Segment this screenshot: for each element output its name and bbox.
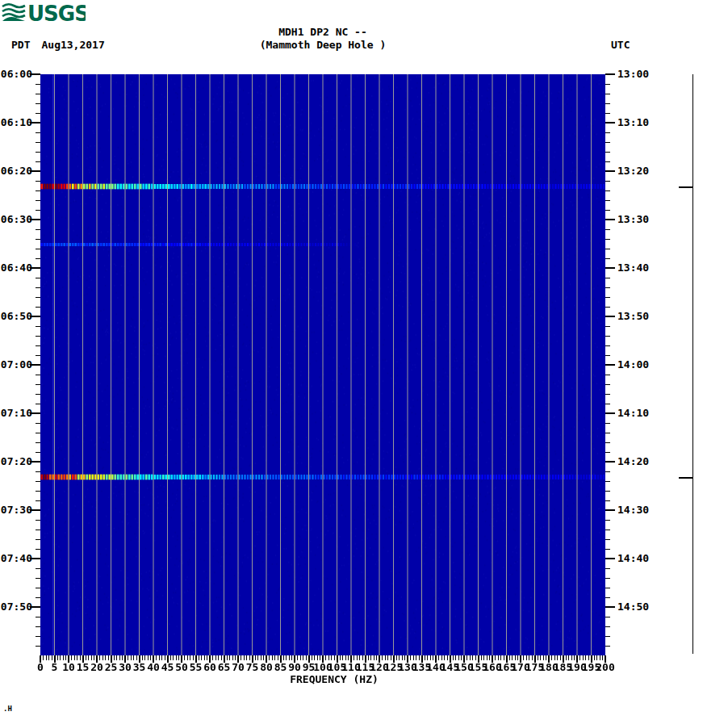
y-right-minor-tick <box>605 578 610 579</box>
x-tick-label: 65 <box>218 662 231 672</box>
station-subtitle: (Mammoth Deep Hole ) <box>40 40 605 50</box>
x-minor-tick <box>99 655 100 660</box>
x-tick-label: 5 <box>52 662 58 672</box>
y-right-minor-tick <box>605 636 610 637</box>
y-left-minor-tick <box>36 481 40 482</box>
x-minor-tick <box>579 655 580 660</box>
y-right-minor-tick <box>605 355 610 356</box>
y-right-minor-tick <box>605 471 610 472</box>
x-minor-tick <box>585 655 586 660</box>
footer-mark: .H <box>3 705 12 713</box>
x-minor-tick <box>566 655 567 660</box>
y-left-minor-tick <box>36 200 40 201</box>
x-minor-tick <box>199 655 199 660</box>
y-right-major-tick <box>605 461 615 463</box>
x-minor-tick <box>387 655 388 660</box>
x-minor-tick <box>131 655 132 660</box>
x-tick-label: 75 <box>246 662 259 672</box>
x-minor-tick <box>193 655 194 660</box>
x-minor-tick <box>108 655 109 660</box>
x-minor-tick <box>173 655 174 660</box>
y-right-minor-tick <box>605 152 610 153</box>
y-left-minor-tick <box>36 384 40 385</box>
x-minor-tick <box>303 655 303 660</box>
y-right-minor-tick <box>605 181 610 182</box>
x-minor-tick <box>204 655 205 660</box>
x-minor-tick <box>297 655 298 660</box>
y-right-tick-label: 13:30 <box>617 214 649 225</box>
x-minor-tick <box>540 655 541 660</box>
y-left-minor-tick <box>36 249 40 249</box>
x-minor-tick <box>105 655 106 660</box>
y-right-minor-tick <box>605 568 610 569</box>
x-minor-tick <box>438 655 439 660</box>
y-left-minor-tick <box>36 491 40 492</box>
y-left-minor-tick <box>36 588 40 588</box>
x-minor-tick <box>509 655 510 660</box>
x-minor-tick <box>289 655 290 660</box>
x-minor-tick <box>255 655 256 660</box>
scale-bar-event-tick <box>679 186 692 188</box>
x-minor-tick <box>122 655 123 660</box>
x-minor-tick <box>594 655 595 660</box>
x-minor-tick <box>538 655 538 660</box>
x-minor-tick <box>571 655 572 660</box>
x-minor-tick <box>94 655 94 660</box>
x-tick-label: 20 <box>90 662 103 672</box>
x-minor-tick <box>487 655 487 660</box>
x-minor-tick <box>419 655 420 660</box>
x-minor-tick <box>382 655 383 660</box>
x-minor-tick <box>512 655 513 660</box>
y-right-minor-tick <box>605 297 610 298</box>
x-minor-tick <box>427 655 428 660</box>
x-minor-tick <box>391 655 391 660</box>
x-minor-tick <box>568 655 569 660</box>
x-minor-tick <box>165 655 165 660</box>
x-minor-tick <box>396 655 397 660</box>
y-right-major-tick <box>605 509 615 511</box>
y-right-minor-tick <box>605 394 610 395</box>
y-left-minor-tick <box>36 113 40 114</box>
x-minor-tick <box>354 655 354 660</box>
x-minor-tick <box>444 655 445 660</box>
y-left-tick-label: 07:30 <box>0 504 32 516</box>
y-left-minor-tick <box>36 297 40 298</box>
x-minor-tick <box>148 655 149 660</box>
x-tick-label: 70 <box>232 662 245 672</box>
y-right-minor-tick <box>605 500 610 501</box>
y-left-minor-tick <box>36 423 40 424</box>
y-left-tick-label: 07:10 <box>0 408 32 419</box>
x-minor-tick <box>489 655 490 660</box>
x-tick-label: 40 <box>147 662 160 672</box>
y-right-minor-tick <box>605 452 610 453</box>
x-minor-tick <box>413 655 414 660</box>
x-minor-tick <box>212 655 213 660</box>
y-right-tick-label: 14:50 <box>617 601 649 613</box>
y-right-major-tick <box>605 364 615 366</box>
y-right-tick-label: 14:10 <box>617 408 649 419</box>
y-left-tick-label: 07:00 <box>0 359 32 370</box>
y-left-tick-label: 07:50 <box>0 601 32 613</box>
y-right-major-tick <box>605 558 615 559</box>
x-minor-tick <box>500 655 501 660</box>
x-minor-tick <box>543 655 544 660</box>
y-right-minor-tick <box>605 384 610 385</box>
y-right-minor-tick <box>605 442 610 443</box>
y-left-minor-tick <box>36 132 40 133</box>
x-minor-tick <box>263 655 264 660</box>
y-right-minor-tick <box>605 94 610 94</box>
x-tick-label: 10 <box>62 662 75 672</box>
x-minor-tick <box>43 655 44 660</box>
x-minor-tick <box>328 655 329 660</box>
x-minor-tick <box>133 655 134 660</box>
x-minor-tick <box>447 655 448 660</box>
y-left-tick-label: 06:20 <box>0 165 32 177</box>
x-minor-tick <box>523 655 524 660</box>
x-minor-tick <box>269 655 270 660</box>
x-minor-tick <box>472 655 473 660</box>
spectrogram-page: { "header": { "logo_text": "USGS", "titl… <box>0 0 728 720</box>
x-minor-tick <box>441 655 442 660</box>
y-right-minor-tick <box>605 307 610 308</box>
x-minor-tick <box>159 655 160 660</box>
x-minor-tick <box>161 655 162 660</box>
